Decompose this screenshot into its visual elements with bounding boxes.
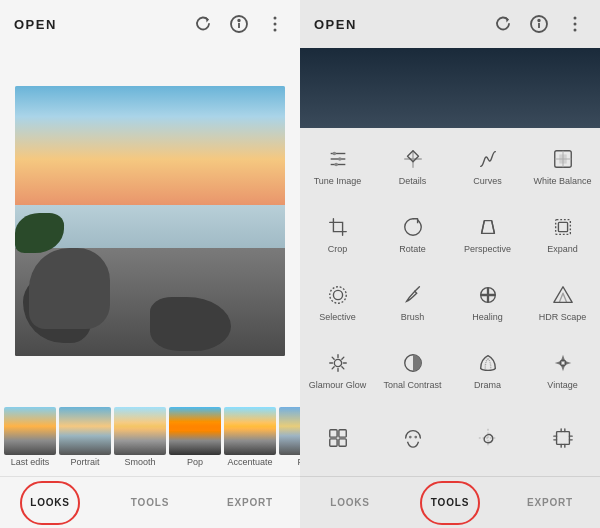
tool-brush[interactable]: Brush [375, 268, 450, 336]
tool-rotate[interactable]: Rotate [375, 200, 450, 268]
healing-icon [474, 281, 502, 309]
svg-point-9 [574, 17, 577, 20]
tools-grid: Tune Image Details Curves White Balance [300, 128, 600, 476]
right-image-inner [300, 48, 600, 128]
tool-healing[interactable]: Healing [450, 268, 525, 336]
curves-icon [474, 145, 502, 173]
brush-icon [399, 281, 427, 309]
tool-hdr-scape-label: HDR Scape [539, 312, 587, 323]
right-panel: OPEN [300, 0, 600, 528]
left-nav-export[interactable]: EXPORT [200, 477, 300, 528]
tool-row5-2[interactable] [375, 404, 450, 472]
left-nav-export-label: EXPORT [227, 497, 273, 508]
perspective-icon [474, 213, 502, 241]
tool-hdr-scape[interactable]: HDR Scape [525, 268, 600, 336]
svg-line-20 [491, 221, 494, 234]
left-more-icon[interactable] [264, 13, 286, 35]
tool-rotate-label: Rotate [399, 244, 426, 255]
right-info-icon[interactable] [528, 13, 550, 35]
left-nav-tools[interactable]: TOOLS [100, 477, 200, 528]
tool-expand-label: Expand [547, 244, 578, 255]
tool-glamour-glow[interactable]: Glamour Glow [300, 336, 375, 404]
left-panel: OPEN [0, 0, 300, 528]
svg-line-25 [414, 287, 419, 292]
tool-curves-label: Curves [473, 176, 502, 187]
right-title: OPEN [314, 17, 492, 32]
svg-rect-31 [329, 430, 336, 437]
svg-point-11 [574, 29, 577, 32]
tool-drama[interactable]: Drama [450, 336, 525, 404]
thumb-fac[interactable]: Fac [279, 407, 300, 467]
tool-perspective[interactable]: Perspective [450, 200, 525, 268]
tool-vintage[interactable]: Vintage [525, 336, 600, 404]
tool-crop-label: Crop [328, 244, 348, 255]
tool-tune-image-label: Tune Image [314, 176, 362, 187]
tool-white-balance[interactable]: White Balance [525, 132, 600, 200]
right-image-preview [300, 48, 600, 128]
svg-point-17 [334, 163, 338, 167]
thumb-pop[interactable]: Pop [169, 407, 221, 467]
hdr-scape-icon [549, 281, 577, 309]
thumb-label-pop: Pop [187, 457, 203, 467]
svg-rect-33 [329, 439, 336, 446]
thumbnail-strip: Last edits Portrait Smooth Pop Accentuat… [0, 394, 300, 476]
thumb-last-edits[interactable]: Last edits [4, 407, 56, 467]
thumb-smooth[interactable]: Smooth [114, 407, 166, 467]
right-bottom-nav: LOOKS TOOLS EXPORT [300, 476, 600, 528]
looks-circle-highlight [20, 481, 80, 525]
tool-row5-3[interactable] [450, 404, 525, 472]
tool-brush-label: Brush [401, 312, 425, 323]
expand2-icon [549, 424, 577, 452]
right-more-icon[interactable] [564, 13, 586, 35]
white-balance-icon [549, 145, 577, 173]
selective-icon [324, 281, 352, 309]
thumb-label-last-edits: Last edits [11, 457, 50, 467]
svg-point-36 [414, 436, 417, 439]
tool-drama-label: Drama [474, 380, 501, 391]
thumb-accentuate[interactable]: Accentuate [224, 407, 276, 467]
right-nav-looks[interactable]: LOOKS [300, 477, 400, 528]
tool-row5-4[interactable] [525, 404, 600, 472]
thumb-label-portrait: Portrait [70, 457, 99, 467]
tune-image-icon [324, 145, 352, 173]
face-retouch-icon [399, 424, 427, 452]
svg-rect-32 [338, 430, 345, 437]
tools-circle-highlight [420, 481, 480, 525]
tool-selective[interactable]: Selective [300, 268, 375, 336]
tool-curves[interactable]: Curves [450, 132, 525, 200]
left-info-icon[interactable] [228, 13, 250, 35]
left-nav-looks[interactable]: LOOKS [0, 477, 100, 528]
right-nav-export-label: EXPORT [527, 497, 573, 508]
thumb-label-smooth: Smooth [124, 457, 155, 467]
right-nav-export[interactable]: EXPORT [500, 477, 600, 528]
tool-details[interactable]: Details [375, 132, 450, 200]
svg-rect-22 [558, 223, 567, 232]
tool-details-label: Details [399, 176, 427, 187]
tool-selective-label: Selective [319, 312, 356, 323]
right-nav-looks-label: LOOKS [330, 497, 370, 508]
svg-point-3 [274, 17, 277, 20]
left-refresh-icon[interactable] [192, 13, 214, 35]
svg-point-16 [338, 157, 342, 161]
tool-expand[interactable]: Expand [525, 200, 600, 268]
tool-white-balance-label: White Balance [533, 176, 591, 187]
tool-tune-image[interactable]: Tune Image [300, 132, 375, 200]
left-title: OPEN [14, 17, 192, 32]
tool-perspective-label: Perspective [464, 244, 511, 255]
tool-tonal-contrast[interactable]: Tonal Contrast [375, 336, 450, 404]
thumb-label-accentuate: Accentuate [227, 457, 272, 467]
expand-icon [549, 213, 577, 241]
glamour-glow-icon [324, 349, 352, 377]
left-nav-tools-label: TOOLS [131, 497, 169, 508]
svg-rect-34 [338, 439, 345, 446]
right-refresh-icon[interactable] [492, 13, 514, 35]
grid-icon [324, 424, 352, 452]
tool-crop[interactable]: Crop [300, 200, 375, 268]
drama-icon [474, 349, 502, 377]
tool-row5-1[interactable] [300, 404, 375, 472]
left-header-icons [192, 13, 286, 35]
svg-point-4 [274, 23, 277, 26]
svg-line-19 [481, 221, 484, 234]
thumb-portrait[interactable]: Portrait [59, 407, 111, 467]
right-nav-tools[interactable]: TOOLS [400, 477, 500, 528]
